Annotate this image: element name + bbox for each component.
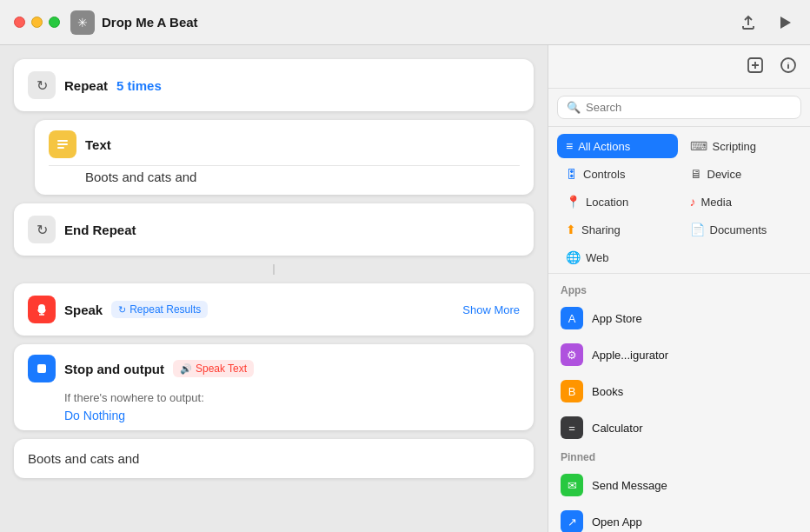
svg-rect-4 xyxy=(37,364,46,373)
repeat-label: Repeat xyxy=(64,78,108,93)
actions-list: Apps A App Store ⚙ Apple...igurator B Bo… xyxy=(548,274,810,532)
speak-text-badge: 🔊 Speak Text xyxy=(173,360,254,377)
category-documents[interactable]: 📄 Documents xyxy=(681,217,802,242)
scripting-icon: ⌨ xyxy=(690,139,707,153)
stop-label: Stop and output xyxy=(64,362,164,376)
send-message-label: Send Message xyxy=(592,479,667,492)
device-label: Device xyxy=(707,168,742,181)
connector xyxy=(14,264,534,275)
category-location[interactable]: 📍 Location xyxy=(557,190,678,214)
books-label: Books xyxy=(592,385,623,398)
apple-configurator-label: Apple...igurator xyxy=(592,349,668,362)
svg-rect-2 xyxy=(57,143,68,145)
action-send-message[interactable]: ✉ Send Message xyxy=(548,467,810,503)
stop-output-block: Stop and output 🔊 Speak Text If there's … xyxy=(14,344,534,430)
apps-section-header: Apps xyxy=(548,279,810,300)
show-more-button[interactable]: Show More xyxy=(462,303,520,316)
category-all-actions[interactable]: ≡ All Actions xyxy=(557,134,678,158)
text-block-label: Text xyxy=(85,137,111,152)
workflow-panel: ↻ Repeat 5 times Text Boots and cats a xyxy=(0,45,548,532)
location-label: Location xyxy=(586,196,628,209)
books-icon: B xyxy=(561,380,583,402)
share-button[interactable] xyxy=(737,11,760,34)
repeat-icon: ↻ xyxy=(28,71,56,99)
end-repeat-icon: ↻ xyxy=(28,216,56,243)
web-label: Web xyxy=(586,251,609,264)
actions-header xyxy=(548,45,810,89)
end-repeat-block: ↻ End Repeat xyxy=(14,203,534,256)
calculator-label: Calculator xyxy=(592,422,643,435)
do-nothing-button[interactable]: Do Nothing xyxy=(64,409,125,422)
play-button[interactable] xyxy=(773,11,796,34)
text-block-content[interactable]: Boots and cats and xyxy=(35,166,534,195)
documents-label: Documents xyxy=(710,223,767,236)
sharing-label: Sharing xyxy=(581,223,621,236)
device-icon: 🖥 xyxy=(690,167,702,181)
text-icon xyxy=(49,130,76,158)
titlebar: ✳ Drop Me A Beat xyxy=(0,0,810,45)
controls-label: Controls xyxy=(583,168,625,181)
category-media[interactable]: ♪ Media xyxy=(681,190,802,214)
search-icon: 🔍 xyxy=(567,101,581,114)
documents-icon: 📄 xyxy=(690,223,705,236)
search-input[interactable] xyxy=(586,101,792,114)
minimize-button[interactable] xyxy=(31,17,43,28)
end-repeat-label: End Repeat xyxy=(64,223,136,237)
repeat-block[interactable]: ↻ Repeat 5 times xyxy=(14,59,534,111)
category-grid: ≡ All Actions ⌨ Scripting 🎛 Controls 🖥 D… xyxy=(548,127,810,274)
add-actions-button[interactable] xyxy=(744,54,767,81)
speak-icon xyxy=(28,296,56,323)
speak-block: Speak ↻ Repeat Results Show More xyxy=(14,283,534,336)
traffic-lights xyxy=(14,17,60,28)
pinned-section-header: Pinned xyxy=(548,446,810,467)
sharing-icon: ⬆ xyxy=(566,223,576,236)
text-block: Text Boots and cats and xyxy=(35,120,534,195)
controls-icon: 🎛 xyxy=(566,167,578,181)
action-app-store[interactable]: A App Store xyxy=(548,300,810,336)
media-label: Media xyxy=(701,196,732,209)
send-message-icon: ✉ xyxy=(561,474,583,496)
media-icon: ♪ xyxy=(690,195,696,209)
category-scripting[interactable]: ⌨ Scripting xyxy=(681,134,802,158)
open-app-icon: ↗ xyxy=(561,510,583,532)
action-apple-configurator[interactable]: ⚙ Apple...igurator xyxy=(548,336,810,373)
search-bar: 🔍 xyxy=(557,96,801,119)
open-app-label: Open App xyxy=(592,515,642,529)
category-sharing[interactable]: ⬆ Sharing xyxy=(557,217,678,242)
web-icon: 🌐 xyxy=(566,250,581,264)
all-actions-icon: ≡ xyxy=(566,139,573,153)
stop-icon xyxy=(28,355,56,382)
close-button[interactable] xyxy=(14,17,25,28)
scripting-label: Scripting xyxy=(713,140,757,153)
all-actions-label: All Actions xyxy=(578,140,630,153)
search-container: 🔍 xyxy=(548,89,810,127)
titlebar-actions xyxy=(737,11,796,34)
actions-panel: 🔍 ≡ All Actions ⌨ Scripting 🎛 Controls 🖥… xyxy=(548,45,810,532)
category-controls[interactable]: 🎛 Controls xyxy=(557,162,678,186)
action-books[interactable]: B Books xyxy=(548,373,810,409)
speak-label: Speak xyxy=(64,303,103,317)
action-calculator[interactable]: = Calculator xyxy=(548,409,810,446)
app-icon: ✳ xyxy=(70,10,95,35)
info-button[interactable] xyxy=(777,54,800,81)
category-device[interactable]: 🖥 Device xyxy=(681,162,802,186)
svg-rect-3 xyxy=(57,147,64,149)
main-content: ↻ Repeat 5 times Text Boots and cats a xyxy=(0,45,810,532)
apple-configurator-icon: ⚙ xyxy=(561,343,583,366)
repeat-results-badge: ↻ Repeat Results xyxy=(111,301,208,318)
svg-marker-0 xyxy=(780,17,791,29)
category-web[interactable]: 🌐 Web xyxy=(557,245,678,269)
output-preview-block: Boots and cats and xyxy=(14,439,534,478)
app-store-icon: A xyxy=(561,307,583,329)
window-title: Drop Me A Beat xyxy=(102,15,737,30)
app-store-label: App Store xyxy=(592,312,642,325)
maximize-button[interactable] xyxy=(49,17,60,28)
calculator-icon: = xyxy=(561,416,583,439)
if-nowhere-text: If there's nowhere to output: xyxy=(64,391,520,404)
svg-rect-1 xyxy=(57,140,68,142)
location-icon: 📍 xyxy=(566,195,581,209)
action-open-app[interactable]: ↗ Open App xyxy=(548,503,810,532)
repeat-times[interactable]: 5 times xyxy=(116,78,162,93)
output-preview-text: Boots and cats and xyxy=(28,451,139,466)
